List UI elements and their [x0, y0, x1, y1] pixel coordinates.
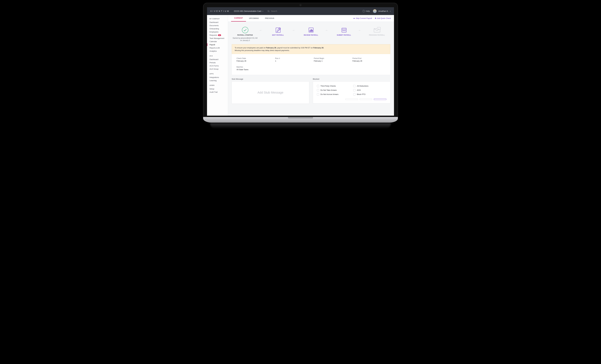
laptop-reflection [210, 123, 391, 129]
org-name: CCCC-001 Demonstration Care [234, 10, 261, 12]
user-name: Jonathan K. [378, 10, 389, 12]
step-submit-payroll[interactable]: SUBMIT PAYROLL [331, 26, 357, 36]
laptop-base [203, 117, 398, 123]
sidebar-item-documents[interactable]: Documents [210, 24, 228, 27]
arrow-icon: → [325, 26, 330, 32]
sidebar-section-title: ACA [210, 55, 228, 57]
sidebar-item-dashboard[interactable]: Dashboard [210, 21, 228, 24]
arrow-icon: → [358, 26, 363, 32]
sidebar-item-reports-bi[interactable]: Reports & BI [210, 46, 228, 49]
checkbox-icon [317, 89, 319, 91]
sidebar-item-calendar[interactable]: Calendar [210, 40, 228, 43]
checkbox-icon [353, 93, 355, 96]
chk-do-not-take-arrears[interactable]: Do Not Take Arrears [317, 89, 350, 91]
help-icon: ? [362, 10, 365, 12]
sidebar: MY COMPANY Dashboard Documents Onboardin… [207, 15, 228, 116]
main-content: CURRENT UPCOMING PREVIOUS ⏭ Skip Current… [228, 15, 394, 116]
org-switcher[interactable]: CCCC-001 Demonstration Care ▾ [234, 10, 263, 12]
svg-rect-10 [342, 28, 346, 32]
sidebar-section-title: MY COMPANY [210, 18, 228, 19]
help-link[interactable]: ? Help [362, 10, 370, 12]
user-menu[interactable]: Jonathan K. ▾ [373, 9, 391, 13]
chk-ach[interactable]: ACH [353, 89, 386, 91]
tab-current[interactable]: CURRENT [231, 15, 246, 21]
sidebar-item-aca-dashboard[interactable]: Dashboard [210, 58, 228, 61]
secondary-button[interactable] [360, 98, 372, 100]
sidebar-item-aca-forms[interactable]: ACA Forms [210, 64, 228, 67]
skip-current-payroll-link[interactable]: ⏭ Skip Current Payroll [353, 17, 372, 19]
help-label: Help [366, 10, 370, 12]
sidebar-section-title: ADMIN [210, 85, 228, 86]
sidebar-item-payroll[interactable]: Payroll [210, 43, 228, 46]
sidebar-item-requests[interactable]: Requests 90 [210, 33, 228, 37]
search-icon [267, 10, 270, 12]
field-check-date: Check Date February 28 [237, 57, 270, 62]
field-period-begin: Period Begin February 1 [314, 57, 347, 62]
svg-line-1 [269, 11, 269, 12]
envelope-money-icon: $ [373, 27, 381, 33]
search-input[interactable] [271, 10, 299, 12]
primary-button[interactable] [374, 98, 386, 100]
chk-third-party-checks[interactable]: Third Party Checks [317, 85, 350, 87]
arrow-icon: → [292, 26, 297, 32]
sidebar-item-onboarding[interactable]: Onboarding [210, 27, 228, 30]
field-run-number: Run # 1 [275, 57, 308, 62]
started-by-text: Started by jalvarez@bdb 9:51 AM on Janua… [232, 37, 259, 42]
payroll-summary-panel: To ensure your employees are paid on Feb… [232, 44, 390, 75]
svg-rect-8 [311, 29, 311, 32]
tab-upcoming[interactable]: UPCOMING [246, 15, 262, 21]
step-process-payroll: $ PROCESS PAYROLL [363, 26, 390, 36]
svg-rect-7 [310, 30, 310, 32]
tab-previous[interactable]: PREVIOUS [262, 15, 277, 21]
laptop-notch [288, 117, 313, 120]
chevron-down-icon: ▾ [390, 10, 391, 12]
svg-point-0 [268, 10, 269, 12]
brand-logo: VIVENTIUM [210, 10, 230, 12]
deadline-notice: To ensure your employees are paid on Feb… [232, 44, 390, 54]
search-box[interactable] [267, 10, 358, 12]
sidebar-item-setup[interactable]: Setup [210, 87, 228, 90]
skip-icon: ⏭ [353, 17, 355, 19]
svg-rect-9 [312, 30, 313, 32]
payroll-steps: PAYROLL STARTED Started by jalvarez@bdb … [232, 26, 390, 42]
sidebar-item-analytics[interactable]: Analytics [210, 49, 228, 53]
requests-badge: 90 [218, 34, 221, 36]
checkbox-icon [353, 85, 355, 87]
chk-do-not-accrue-arrears[interactable]: Do Not Accrue Arrears [317, 93, 350, 96]
secondary-button[interactable] [345, 98, 358, 100]
chevron-down-icon: ▾ [262, 10, 263, 12]
field-period-end: Period End February 28 [352, 57, 385, 62]
checkbox-icon [317, 93, 319, 96]
avatar [373, 9, 377, 13]
sidebar-item-employees[interactable]: Employees [210, 30, 228, 33]
sidebar-item-learning[interactable]: Learning [210, 79, 228, 82]
top-bar: VIVENTIUM CCCC-001 Demonstration Care ▾ … [207, 7, 394, 15]
svg-point-12 [342, 30, 343, 31]
sidebar-item-periods[interactable]: Periods [210, 61, 228, 64]
chk-block-pto[interactable]: Block PTO [353, 93, 386, 96]
sidebar-item-ale-group[interactable]: ALE Group [210, 67, 228, 71]
step-edit-payroll[interactable]: EDIT PAYROLL [265, 26, 291, 36]
svg-point-2 [242, 27, 248, 33]
step-review-payroll[interactable]: REVIEW PAYROLL [298, 26, 324, 36]
edit-doc-icon [274, 26, 282, 34]
stub-message-input[interactable]: Add Stub Message [232, 81, 309, 104]
sidebar-item-audit-trail[interactable]: Audit Trail [210, 90, 228, 94]
arrow-icon: → [259, 26, 264, 32]
chk-all-deductions[interactable]: All Deductions [353, 85, 386, 87]
svg-rect-3 [276, 28, 280, 32]
calendar-icon [341, 26, 348, 34]
sidebar-section-title: APPS [210, 73, 228, 75]
checkbox-icon [317, 85, 319, 87]
plus-icon: ✚ [375, 17, 376, 19]
check-circle-icon [241, 26, 249, 34]
sidebar-item-task-management[interactable]: Task Management [210, 37, 228, 40]
sidebar-item-integrations[interactable]: Integrations [210, 76, 228, 79]
tab-bar: CURRENT UPCOMING PREVIOUS ⏭ Skip Current… [228, 15, 394, 22]
checkbox-icon [353, 89, 355, 91]
laptop-camera [300, 4, 301, 6]
svg-text:$: $ [378, 28, 379, 29]
bar-chart-icon [308, 26, 315, 34]
add-quick-check-link[interactable]: ✚ Add Quick Check [375, 17, 391, 19]
blocked-title: Blocked [313, 78, 391, 80]
